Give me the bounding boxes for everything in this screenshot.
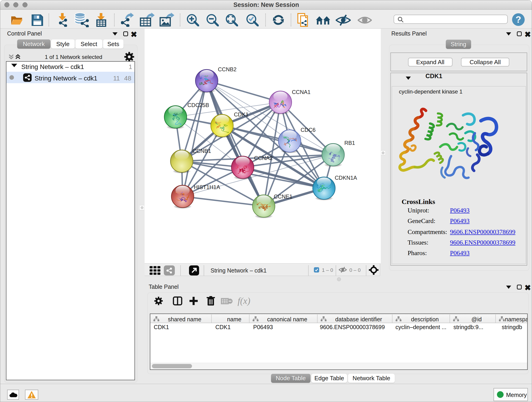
svg-text:CCNA2: CCNA2 [254, 155, 273, 161]
svg-text:CCNA1: CCNA1 [292, 89, 310, 95]
svg-text:CCNB1: CCNB1 [192, 148, 211, 154]
svg-text:CCNB2: CCNB2 [218, 66, 236, 72]
svg-text:RB1: RB1 [344, 140, 355, 146]
svg-text:CDK1: CDK1 [234, 111, 249, 118]
svg-text:CCNE1: CCNE1 [274, 193, 292, 200]
svg-text:CDKN1A: CDKN1A [335, 175, 357, 181]
svg-text:HIST1H1A: HIST1H1A [194, 184, 220, 190]
svg-text:CDC6: CDC6 [301, 127, 316, 133]
svg-text:CDC25B: CDC25B [187, 102, 209, 108]
